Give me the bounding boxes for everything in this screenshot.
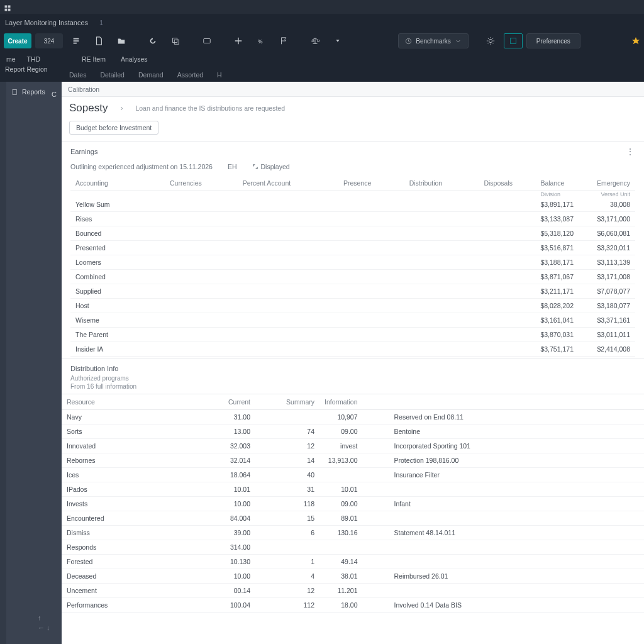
main-toolbar: Create 324 % Benchmarks Preferences [0, 31, 644, 50]
sub-leftside[interactable]: Report Region [5, 65, 48, 73]
tab-dates[interactable]: Dates [69, 71, 86, 79]
col-header[interactable]: Distribution [404, 175, 479, 191]
table-row[interactable]: Invests10.0011809.00Infant [62, 497, 644, 511]
col-header[interactable]: Current [213, 394, 269, 410]
sidebar: Reports C ↑← ↓ [0, 82, 62, 644]
svg-rect-11 [13, 89, 16, 94]
tool-folder-icon[interactable] [112, 33, 131, 48]
chip-budget[interactable]: Budget before Investment [69, 121, 158, 135]
table-row[interactable]: The Parent$3,870,031$3,011,011 [70, 328, 635, 342]
distribution-title: Distribution Info [70, 365, 635, 372]
table-row[interactable]: Deceased10.00438.01Reimbursed 26.01 [62, 569, 644, 584]
tab-demand[interactable]: Demand [138, 71, 164, 79]
tab-row: Dates Detailed Demand Assorted H [0, 68, 644, 82]
distribution-sub1: Authorized programs [70, 375, 635, 382]
earnings-meta-mid: EH [228, 163, 237, 170]
sidebar-arrows: ↑← ↓ [38, 614, 50, 631]
tool-balance-icon[interactable] [306, 33, 325, 48]
svg-rect-5 [174, 40, 179, 44]
col-header[interactable]: Balance [535, 175, 579, 191]
tool-document-icon[interactable] [89, 33, 108, 48]
tool-panel-icon[interactable] [504, 33, 523, 48]
svg-text:%: % [258, 38, 263, 45]
tool-percent-icon[interactable]: % [252, 33, 270, 48]
table-row[interactable]: Sorts13.007409.00Bentoine [62, 425, 644, 439]
table-row[interactable]: Presented$3,516,871$3,320,011 [70, 241, 635, 255]
svg-rect-6 [204, 39, 211, 43]
table-row[interactable]: IPados10.013110.01 [62, 482, 644, 497]
svg-rect-3 [8, 9, 11, 11]
more-icon[interactable]: ⋮ [626, 147, 635, 157]
chevron-down-icon [455, 38, 462, 45]
sub-left-2[interactable]: THD [27, 55, 41, 63]
table-row[interactable]: Rises$3,133,087$3,171,000 [70, 212, 635, 226]
table-row[interactable]: Innovated32.00312investIncorporated Spor… [62, 439, 644, 453]
table-row[interactable]: Dismiss39.006130.16Statement 48.14.011 [62, 526, 644, 540]
earnings-meta: Outlining experienced adjustment on 15.1… [70, 163, 213, 170]
table-row[interactable]: Combined$3,871,067$3,171,008 [70, 270, 635, 284]
tool-wallet-icon[interactable] [197, 33, 216, 48]
earnings-table: AccountingCurrenciesPercent AccountPrese… [70, 175, 635, 357]
main-panel: Calibration Sopesty › Loan and finance t… [62, 82, 644, 644]
table-row[interactable]: Bounced$5,318,120$6,060,081 [70, 226, 635, 241]
tool-caret-icon[interactable] [328, 33, 347, 48]
col-header[interactable] [389, 394, 644, 410]
svg-rect-4 [173, 38, 177, 43]
tool-refresh-icon[interactable] [143, 33, 162, 48]
table-row[interactable]: Yellow Sum$3,891,17138,008 [70, 197, 635, 212]
preferences-button[interactable]: Preferences [526, 33, 580, 48]
col-header[interactable]: Percent Account [238, 175, 338, 191]
tool-star-icon[interactable] [631, 36, 640, 45]
col-header[interactable]: Resource [62, 394, 213, 410]
clock-icon [405, 38, 412, 45]
counter-button[interactable]: 324 [35, 33, 63, 48]
table-row[interactable]: Forested10.130149.14 [62, 555, 644, 569]
sidebar-indicator: C [52, 91, 57, 98]
svg-rect-10 [510, 38, 516, 44]
table-row[interactable]: Responds314.00 [62, 540, 644, 555]
tool-add-icon[interactable] [229, 33, 248, 48]
col-header[interactable]: Currencies [165, 175, 238, 191]
table-row[interactable]: Performances100.0411218.00Involved 0.14 … [62, 598, 644, 613]
tool-gear-icon[interactable] [481, 33, 500, 48]
tab-detailed[interactable]: Detailed [100, 71, 125, 79]
benchmarks-dropdown[interactable]: Benchmarks [398, 33, 469, 48]
table-row[interactable]: Insider IA$3,751,171$2,414,008 [70, 342, 635, 357]
earnings-action[interactable]: Displayed [252, 163, 290, 170]
expand-icon [252, 164, 258, 170]
breadcrumb-bar: Layer Monitoring Instances 1 [0, 14, 644, 31]
sub-mid-1[interactable]: RE Item [82, 55, 106, 63]
distribution-sub2: From 16 full information [70, 383, 635, 390]
table-row[interactable]: Wiseme$3,161,041$3,371,161 [70, 313, 635, 328]
tool-export-icon[interactable] [67, 33, 86, 48]
sub-left-1[interactable]: me [6, 55, 16, 63]
doc-icon [11, 89, 18, 96]
tool-copy-icon[interactable] [166, 33, 185, 48]
table-row[interactable]: Ices18.06440Insurance Filter [62, 468, 644, 482]
distribution-table: ResourceCurrentSummaryInformationNavy31.… [62, 394, 644, 613]
table-row[interactable]: Host$8,028,202$3,180,077 [70, 299, 635, 313]
tool-flag-icon[interactable] [274, 33, 293, 48]
create-button[interactable]: Create [4, 33, 31, 48]
col-header[interactable]: Summary [269, 394, 319, 410]
table-row[interactable]: Loomers$3,188,171$3,113,139 [70, 255, 635, 270]
content-breadcrumb[interactable]: Calibration [62, 82, 644, 97]
distribution-panel: Distribution Info Authorized programs Fr… [62, 358, 644, 394]
page-subtitle: Loan and finance the IS distributions ar… [135, 104, 285, 112]
table-row[interactable]: Encountered84.0041589.01 [62, 511, 644, 526]
table-row[interactable]: Navy31.0010,907Reserved on End 08.11 [62, 410, 644, 425]
table-row[interactable]: Rebornes32.0141413,913.00Protection 198,… [62, 453, 644, 468]
col-header[interactable]: Information [319, 394, 389, 410]
col-header[interactable]: Emergency [579, 175, 635, 191]
tab-h[interactable]: H [217, 71, 222, 79]
earnings-title: Earnings [70, 148, 97, 155]
svg-rect-2 [5, 9, 8, 11]
col-header[interactable]: Accounting [70, 175, 165, 191]
col-header[interactable]: Presence [338, 175, 404, 191]
sub-mid-2[interactable]: Analyses [121, 55, 148, 63]
table-row[interactable]: Supplied$3,211,171$7,078,077 [70, 284, 635, 299]
table-row[interactable]: Uncement00.141211.201 [62, 584, 644, 598]
tab-assorted[interactable]: Assorted [177, 71, 203, 79]
breadcrumb-text[interactable]: Layer Monitoring Instances [5, 19, 88, 26]
col-header[interactable]: Disposals [479, 175, 535, 191]
